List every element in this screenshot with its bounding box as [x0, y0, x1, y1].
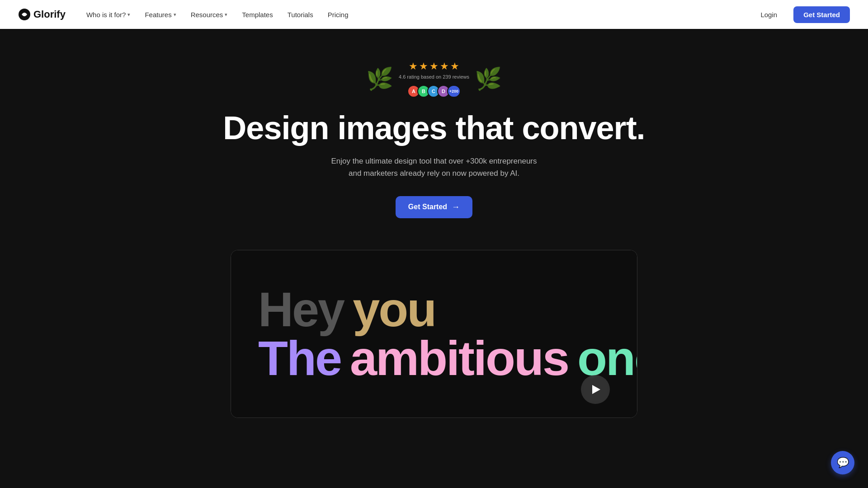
avatar-count: +200 — [447, 85, 461, 98]
hero-headline: Design images that convert. — [223, 110, 645, 146]
logo-icon — [18, 8, 31, 21]
navbar-get-started-button[interactable]: Get Started — [793, 6, 850, 23]
demo-text-overlay: Hey you The ambitious one — [231, 250, 637, 418]
rating-badge: 🌿 ★ ★ ★ ★ ★ 4.6 rating based on 239 revi… — [366, 61, 502, 98]
avatar-row: A B C D +200 — [407, 85, 461, 98]
hero-subtext: Enjoy the ultimate design tool that over… — [331, 155, 537, 179]
nav-item-tutorials[interactable]: Tutorials — [281, 7, 320, 22]
navbar: Glorify Who is it for? ▾ Features ▾ Reso… — [0, 0, 868, 29]
logo-text: Glorify — [33, 9, 66, 20]
logo[interactable]: Glorify — [18, 8, 66, 21]
chat-fab-button[interactable]: 💬 — [831, 451, 854, 474]
demo-line-1: Hey you — [258, 285, 435, 334]
demo-ambitious: ambitious — [350, 334, 568, 383]
demo-line-2: The ambitious one — [258, 334, 637, 383]
nav-item-resources[interactable]: Resources ▾ — [184, 7, 234, 22]
chat-icon: 💬 — [837, 457, 849, 469]
hero-inner: 🌿 ★ ★ ★ ★ ★ 4.6 rating based on 239 revi… — [205, 29, 663, 236]
left-laurel-icon: 🌿 — [366, 68, 393, 90]
rating-text: 4.6 rating based on 239 reviews — [399, 74, 469, 80]
demo-inner: Hey you The ambitious one — [231, 250, 637, 418]
nav-links: Who is it for? ▾ Features ▾ Resources ▾ … — [80, 7, 355, 22]
play-triangle-icon — [592, 385, 600, 394]
arrow-icon: → — [452, 202, 460, 212]
demo-you: you — [353, 285, 435, 334]
demo-hey: Hey — [258, 285, 344, 334]
hero-section: 🌿 ★ ★ ★ ★ ★ 4.6 rating based on 239 revi… — [0, 0, 868, 418]
play-button[interactable] — [581, 375, 610, 404]
star-rating: ★ ★ ★ ★ ★ — [409, 61, 459, 72]
star-5: ★ — [450, 61, 459, 72]
demo-one: one — [577, 334, 637, 383]
laurel-wrapper: 🌿 ★ ★ ★ ★ ★ 4.6 rating based on 239 revi… — [366, 61, 502, 98]
right-laurel-icon: 🌿 — [475, 68, 502, 90]
nav-item-templates[interactable]: Templates — [236, 7, 279, 22]
chevron-down-icon: ▾ — [174, 12, 176, 18]
star-1: ★ — [409, 61, 418, 72]
star-3: ★ — [429, 61, 439, 72]
nav-item-features[interactable]: Features ▾ — [138, 7, 182, 22]
nav-item-pricing[interactable]: Pricing — [321, 7, 355, 22]
login-button[interactable]: Login — [751, 7, 786, 22]
demo-the: The — [258, 334, 341, 383]
chevron-down-icon: ▾ — [127, 12, 130, 18]
star-2: ★ — [419, 61, 428, 72]
demo-container: Hey you The ambitious one — [231, 250, 637, 418]
star-4: ★ — [440, 61, 449, 72]
navbar-right: Login Get Started — [751, 6, 850, 23]
chevron-down-icon: ▾ — [225, 12, 227, 18]
nav-item-who-is-it-for[interactable]: Who is it for? ▾ — [80, 7, 137, 22]
rating-content: ★ ★ ★ ★ ★ 4.6 rating based on 239 review… — [399, 61, 469, 98]
hero-get-started-button[interactable]: Get Started → — [396, 196, 472, 218]
navbar-left: Glorify Who is it for? ▾ Features ▾ Reso… — [18, 7, 355, 22]
